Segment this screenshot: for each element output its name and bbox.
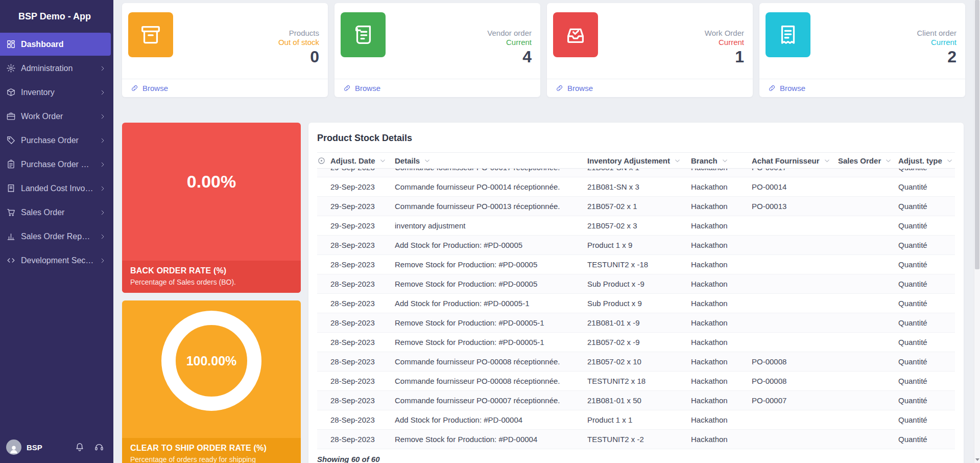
table-row[interactable]: 28-Sep-2023Remove Stock for Production: …	[317, 333, 955, 352]
stat-card-label: Products	[278, 29, 319, 37]
bell-icon[interactable]	[75, 442, 85, 452]
table-row[interactable]: 29-Sep-2023Commande fournisseur PO-00014…	[317, 177, 955, 197]
link-icon	[343, 84, 351, 92]
chevron-down-icon[interactable]	[885, 157, 892, 165]
cell-adjust-type: Quantité	[898, 216, 955, 235]
cell-inventory-adjustment: 21B081-01 x -9	[587, 313, 691, 332]
table-row[interactable]: 28-Sep-2023Remove Stock for Production: …	[317, 430, 955, 449]
cell-inventory-adjustment: 21B081-SN x 3	[587, 177, 691, 196]
cell-adjust-date: 29-Sep-2023	[330, 197, 395, 216]
page-scrollbar-thumb[interactable]	[975, 0, 979, 269]
clear-to-ship-donut: 100.00%	[161, 311, 261, 411]
scroll-down-arrow-icon[interactable]	[974, 457, 980, 462]
cell-details: Commande fournisseur PO-00008 réceptionn…	[395, 372, 587, 390]
sidebar-item-sales-order[interactable]: Sales Order	[0, 201, 113, 224]
column-header-adjust-date[interactable]: Adjust. Date	[330, 156, 395, 165]
app-title: BSP Demo - App	[0, 0, 113, 32]
back-order-title: BACK ORDER RATE (%)	[130, 266, 293, 275]
sidebar-item-label: Work Order	[21, 112, 94, 121]
cell-details: Remove Stock for Production: #PD-00005-1	[395, 333, 587, 352]
sidebar-nav: DashboardAdministrationInventoryWork Ord…	[0, 32, 113, 433]
cell-adjust-type: Quantité	[898, 372, 955, 390]
table-row[interactable]: 28-Sep-2023Commande fournisseur PO-00007…	[317, 391, 955, 410]
browse-label: Browse	[567, 84, 593, 92]
landed-cost-invoices-icon	[6, 183, 16, 193]
column-header-achat-fournisseur[interactable]: Achat Fournisseur	[752, 156, 838, 165]
browse-link[interactable]: Browse	[768, 84, 805, 92]
column-header-inventory-adjustement[interactable]: Inventory Adjustement	[587, 156, 691, 165]
back-order-value: 0.00%	[122, 172, 301, 192]
sidebar-item-purchase-order-rep[interactable]: Purchase Order Rep...	[0, 153, 113, 176]
chevron-right-icon	[99, 65, 106, 72]
page-scrollbar[interactable]	[974, 0, 980, 463]
work-order-inbox-icon	[553, 12, 598, 57]
cell-branch: Hackathon	[691, 430, 752, 449]
sidebar-item-work-order[interactable]: Work Order	[0, 105, 113, 128]
table-row[interactable]: 29-Sep-2023Commande fournisseur PO-00013…	[317, 197, 955, 216]
cell-adjust-date: 29-Sep-2023	[330, 216, 395, 235]
cell-details: Commande fournisseur PO-00017 réceptionn…	[395, 169, 587, 177]
chevron-down-icon[interactable]	[823, 157, 831, 165]
sidebar-item-label: Purchase Order	[21, 136, 94, 145]
sidebar-item-inventory[interactable]: Inventory	[0, 81, 113, 104]
table-row[interactable]: 28-Sep-2023Add Stock for Production: #PD…	[317, 410, 955, 430]
cell-achat-fournisseur: PO-00008	[752, 352, 838, 371]
cell-inventory-adjustment: 21B057-02 x -9	[587, 333, 691, 352]
table-row[interactable]: 28-Sep-2023Commande fournisseur PO-00008…	[317, 352, 955, 372]
chevron-down-icon[interactable]	[423, 157, 431, 165]
cell-inventory-adjustment: TESTUNIT2 x -18	[587, 255, 691, 274]
table-row[interactable]: 28-Sep-2023Add Stock for Production: #PD…	[317, 294, 955, 313]
table-row[interactable]: 29-Sep-2023inventory adjustment21B057-02…	[317, 216, 955, 236]
stat-card-label: Work Order	[705, 29, 744, 37]
support-icon[interactable]	[94, 442, 104, 452]
cell-branch: Hackathon	[691, 391, 752, 410]
work-order-icon	[6, 111, 16, 121]
sidebar-item-purchase-order[interactable]: Purchase Order	[0, 129, 113, 152]
table-row[interactable]: 28-Sep-2023Add Stock for Production: #PD…	[317, 236, 955, 255]
back-order-footer: BACK ORDER RATE (%) Percentage of Sales …	[122, 261, 301, 293]
sidebar-item-administration[interactable]: Administration	[0, 57, 113, 80]
column-header-details[interactable]: Details	[395, 156, 587, 165]
column-header-branch[interactable]: Branch	[691, 156, 752, 165]
table-row[interactable]: 28-Sep-2023Remove Stock for Production: …	[317, 274, 955, 294]
cell-achat-fournisseur: PO-00007	[752, 391, 838, 410]
sidebar-item-label: Purchase Order Rep...	[21, 160, 94, 169]
browse-link[interactable]: Browse	[556, 84, 593, 92]
cell-details: Add Stock for Production: #PD-00005	[395, 236, 587, 254]
chevron-down-icon[interactable]	[946, 157, 953, 165]
cell-adjust-type: Quantité	[898, 430, 955, 449]
browse-link[interactable]: Browse	[343, 84, 380, 92]
chevron-down-icon[interactable]	[674, 157, 681, 165]
chevron-right-icon	[99, 137, 106, 144]
chevron-down-icon[interactable]	[721, 157, 729, 165]
cell-inventory-adjustment: TESTUNIT2 x 18	[587, 372, 691, 390]
column-header-sales-order[interactable]: Sales Order	[838, 156, 898, 165]
table-scroll-area[interactable]: 29-Sep-2023Commande fournisseur PO-00017…	[317, 169, 955, 450]
chevron-right-icon	[99, 185, 106, 192]
sidebar-item-dashboard[interactable]: Dashboard	[0, 33, 111, 56]
main-content: ProductsOut of stock0BrowseVendor orderC…	[113, 0, 980, 463]
column-header-label: Achat Fournisseur	[752, 156, 820, 165]
browse-link[interactable]: Browse	[131, 84, 168, 92]
clear-to-ship-subtitle: Percentage of orders ready for shipping	[130, 455, 293, 463]
link-icon	[556, 84, 563, 92]
table-row[interactable]: 28-Sep-2023Remove Stock for Production: …	[317, 255, 955, 274]
column-header-adjust-type[interactable]: Adjust. type	[898, 156, 955, 165]
table-body: 29-Sep-2023Commande fournisseur PO-00017…	[317, 169, 955, 449]
cell-adjust-type: Quantité	[898, 255, 955, 274]
column-header-label: Sales Order	[838, 156, 881, 165]
sidebar-item-sales-order-reports[interactable]: Sales Order Reports	[0, 225, 113, 248]
cell-branch: Hackathon	[691, 197, 752, 216]
sidebar-item-development-section[interactable]: Development Section	[0, 249, 113, 272]
sidebar-item-landed-cost-invoices[interactable]: Landed Cost Invoices	[0, 177, 113, 200]
table-row[interactable]: 28-Sep-2023Commande fournisseur PO-00008…	[317, 372, 955, 391]
clear-to-ship-card: 100.00% CLEAR TO SHIP ORDER RATE (%) Per…	[122, 300, 301, 463]
chevron-right-icon	[99, 161, 106, 168]
table-row[interactable]: 28-Sep-2023Remove Stock for Production: …	[317, 313, 955, 333]
table-row[interactable]: 29-Sep-2023Commande fournisseur PO-00017…	[317, 169, 955, 177]
cell-branch: Hackathon	[691, 333, 752, 352]
cell-branch: Hackathon	[691, 177, 752, 196]
cell-branch: Hackathon	[691, 216, 752, 235]
target-icon[interactable]	[317, 156, 326, 165]
chevron-down-icon[interactable]	[379, 157, 387, 165]
